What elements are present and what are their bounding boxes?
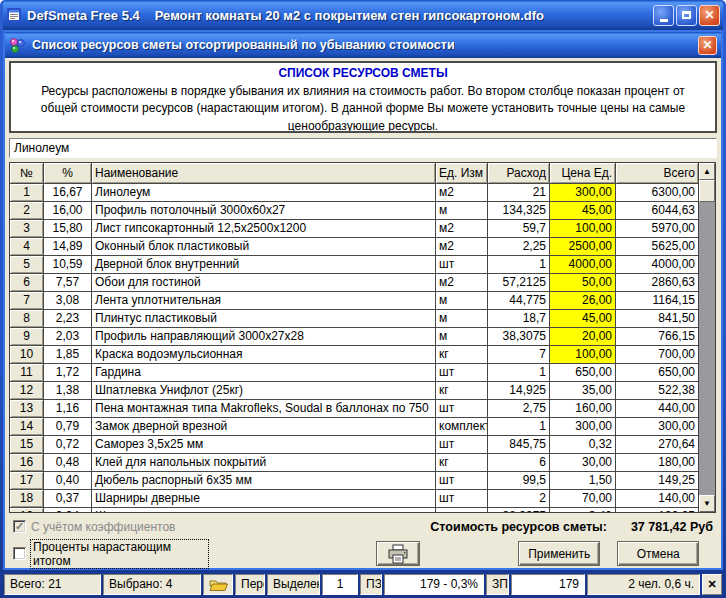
qty-cell[interactable]: 6 <box>488 454 550 472</box>
name-cell[interactable]: Дверной блок внутренний <box>92 256 436 274</box>
total-cell[interactable]: 700,00 <box>616 346 698 364</box>
total-cell[interactable]: 130,35 <box>616 508 698 512</box>
qty-cell[interactable]: 1 <box>488 418 550 436</box>
unit-cell[interactable]: м2 <box>436 274 488 292</box>
qty-cell[interactable]: 1 <box>488 256 550 274</box>
num-cell[interactable]: 12 <box>10 382 44 400</box>
unit-cell[interactable]: шт <box>436 472 488 490</box>
pct-cell[interactable]: 0,37 <box>44 490 92 508</box>
qty-cell[interactable]: 59,7 <box>488 220 550 238</box>
price-cell[interactable]: 4000,00 <box>550 256 616 274</box>
price-cell[interactable]: 50,00 <box>550 274 616 292</box>
price-cell[interactable]: 45,00 <box>550 310 616 328</box>
unit-cell[interactable]: шт <box>436 256 488 274</box>
num-cell[interactable]: 16 <box>10 454 44 472</box>
table-row[interactable]: 216,00Профиль потолочный 3000х60х27м134,… <box>10 202 698 220</box>
total-cell[interactable]: 4000,00 <box>616 256 698 274</box>
unit-cell[interactable]: м2 <box>436 184 488 202</box>
price-cell[interactable]: 35,00 <box>550 382 616 400</box>
unit-cell[interactable]: комплект <box>436 418 488 436</box>
price-cell[interactable]: 70,00 <box>550 490 616 508</box>
maximize-button[interactable] <box>676 5 697 26</box>
unit-cell[interactable]: м <box>436 202 488 220</box>
pct-cell[interactable]: 0,79 <box>44 418 92 436</box>
num-cell[interactable]: 18 <box>10 490 44 508</box>
total-cell[interactable]: 5625,00 <box>616 238 698 256</box>
qty-cell[interactable]: 18,7 <box>488 310 550 328</box>
total-cell[interactable]: 650,00 <box>616 364 698 382</box>
table-row[interactable]: 315,80Лист гипсокартонный 12,5х2500х1200… <box>10 220 698 238</box>
num-cell[interactable]: 15 <box>10 436 44 454</box>
num-cell[interactable]: 6 <box>10 274 44 292</box>
table-row[interactable]: 73,08Лента уплотнительнаям44,77526,00116… <box>10 292 698 310</box>
vertical-scrollbar[interactable]: ▲ ▼ <box>698 163 715 512</box>
selected-resource-field[interactable]: Линолеум <box>9 138 717 158</box>
qty-cell[interactable]: 21 <box>488 184 550 202</box>
num-cell[interactable]: 4 <box>10 238 44 256</box>
pct-cell[interactable]: 10,59 <box>44 256 92 274</box>
unit-cell[interactable]: м2 <box>436 238 488 256</box>
num-cell[interactable]: 11 <box>10 364 44 382</box>
name-cell[interactable]: Пена монтажная типа Makrofleks, Soudal в… <box>92 400 436 418</box>
pct-cell[interactable]: 2,03 <box>44 328 92 346</box>
unit-cell[interactable]: м <box>436 310 488 328</box>
price-cell[interactable]: 20,00 <box>550 328 616 346</box>
qty-cell[interactable]: 44,775 <box>488 292 550 310</box>
pct-cell[interactable]: 15,80 <box>44 220 92 238</box>
num-cell[interactable]: 2 <box>10 202 44 220</box>
unit-cell[interactable]: шт <box>436 364 488 382</box>
statusbar-close-button[interactable]: ✕ <box>702 574 722 595</box>
unit-cell[interactable]: кг <box>436 454 488 472</box>
price-cell[interactable]: 300,00 <box>550 418 616 436</box>
num-cell[interactable]: 19 <box>10 508 44 512</box>
pct-cell[interactable]: 0,72 <box>44 436 92 454</box>
qty-cell[interactable]: 1 <box>488 364 550 382</box>
name-cell[interactable]: Оконный блок пластиковый <box>92 238 436 256</box>
qty-cell[interactable]: 38,3075 <box>488 328 550 346</box>
table-row[interactable]: 92,03Профиль направляющий 3000х27х28м38,… <box>10 328 698 346</box>
table-row[interactable]: 101,85Краска водоэмульсионнаякг7100,0070… <box>10 346 698 364</box>
name-cell[interactable]: Замок дверной врезной <box>92 418 436 436</box>
name-cell[interactable]: Плинтус пластиковый <box>92 310 436 328</box>
price-cell[interactable]: 45,00 <box>550 202 616 220</box>
name-cell[interactable]: Саморез 3,5х25 мм <box>92 436 436 454</box>
unit-cell[interactable]: м2 <box>436 220 488 238</box>
pct-cell[interactable]: 0,34 <box>44 508 92 512</box>
name-cell[interactable]: Линолеум <box>92 184 436 202</box>
qty-cell[interactable]: 57,2125 <box>488 274 550 292</box>
qty-cell[interactable]: 99,5 <box>488 472 550 490</box>
scrollbar-thumb[interactable] <box>699 180 715 202</box>
table-row[interactable]: 510,59Дверной блок внутреннийшт14000,004… <box>10 256 698 274</box>
total-cell[interactable]: 140,00 <box>616 490 698 508</box>
table-row[interactable]: 414,89Оконный блок пластиковыйм22,252500… <box>10 238 698 256</box>
qty-cell[interactable]: 2,75 <box>488 400 550 418</box>
name-cell[interactable]: Шарниры дверные <box>92 490 436 508</box>
qty-cell[interactable]: 14,925 <box>488 382 550 400</box>
qty-cell[interactable]: 2 <box>488 490 550 508</box>
total-cell[interactable]: 149,25 <box>616 472 698 490</box>
pct-cell[interactable]: 3,08 <box>44 292 92 310</box>
total-cell[interactable]: 270,64 <box>616 436 698 454</box>
table-row[interactable]: 160,48Клей для напольных покрытийкг630,0… <box>10 454 698 472</box>
unit-cell[interactable]: м <box>436 328 488 346</box>
pct-cell[interactable]: 1,16 <box>44 400 92 418</box>
cancel-button[interactable]: Отмена <box>617 541 699 566</box>
name-cell[interactable]: Лист гипсокартонный 12,5х2500х1200 <box>92 220 436 238</box>
total-cell[interactable]: 6044,63 <box>616 202 698 220</box>
price-cell[interactable]: 100,00 <box>550 346 616 364</box>
price-cell[interactable]: 26,00 <box>550 292 616 310</box>
num-cell[interactable]: 7 <box>10 292 44 310</box>
dialog-titlebar[interactable]: Список ресурсов сметы отсортированный по… <box>5 32 721 58</box>
unit-cell[interactable]: м <box>436 292 488 310</box>
pct-cell[interactable]: 7,57 <box>44 274 92 292</box>
checkbox-unchecked-icon[interactable] <box>13 547 26 560</box>
pct-cell[interactable]: 16,67 <box>44 184 92 202</box>
num-cell[interactable]: 8 <box>10 310 44 328</box>
name-cell[interactable]: Шуруповерты строительно-монтажные <box>92 508 436 512</box>
apply-button[interactable]: Применить <box>518 541 601 566</box>
num-cell[interactable]: 17 <box>10 472 44 490</box>
name-cell[interactable]: Дюбель распорный 6х35 мм <box>92 472 436 490</box>
unit-cell[interactable]: шт <box>436 436 488 454</box>
total-cell[interactable]: 180,00 <box>616 454 698 472</box>
scroll-up-icon[interactable]: ▲ <box>699 163 715 180</box>
